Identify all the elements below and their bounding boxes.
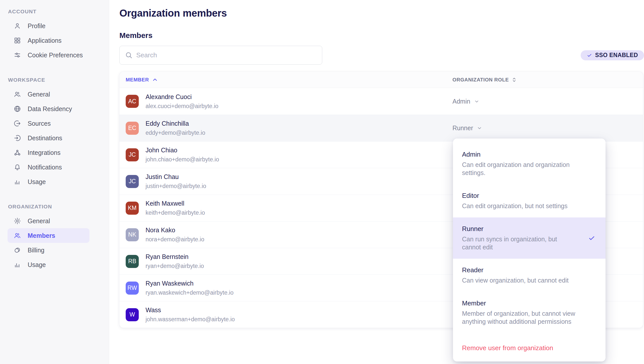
sidebar-item-notifications[interactable]: Notifications: [8, 160, 89, 174]
role-option-title: Editor: [462, 192, 596, 200]
role-value: Admin: [452, 98, 470, 105]
column-header-member[interactable]: MEMBER: [126, 77, 158, 83]
member-name: Wass: [146, 306, 235, 314]
sidebar-item-cookie-preferences[interactable]: Cookie Preferences: [8, 48, 89, 62]
billing-icon: [14, 246, 21, 254]
globe-icon: [14, 105, 21, 113]
sidebar-item-sources[interactable]: Sources: [8, 116, 89, 131]
search-box: [119, 46, 322, 65]
avatar: AC: [126, 95, 139, 108]
sidebar-item-profile[interactable]: Profile: [8, 19, 89, 33]
integrations-icon: [14, 149, 21, 156]
member-row-alexandre-cuoci: ACAlexandre Cuocialex.cuoci+demo@airbyte…: [119, 88, 643, 115]
sidebar-item-label: Profile: [28, 22, 45, 30]
member-email: ryan+demo@airbyte.io: [146, 263, 204, 269]
role-option-description: Member of organization, but cannot view …: [462, 309, 589, 326]
member-info: Eddy Chinchillaeddy+demo@airbyte.io: [146, 120, 205, 136]
avatar: JC: [126, 175, 139, 188]
column-member-label: MEMBER: [126, 77, 149, 83]
sidebar-section-workspace: WORKSPACEGeneralData ResidencySourcesDes…: [8, 77, 103, 189]
sidebar-item-data-residency[interactable]: Data Residency: [8, 102, 89, 116]
remove-user-action[interactable]: Remove user from organization: [453, 336, 606, 361]
role-option-title: Member: [462, 299, 596, 307]
role-option-editor[interactable]: EditorCan edit organization, but not set…: [453, 184, 606, 217]
search-input[interactable]: [119, 46, 322, 65]
members-section-title: Members: [119, 31, 153, 40]
users-icon: [14, 232, 21, 239]
sidebar-item-usage[interactable]: Usage: [8, 257, 89, 272]
member-email: ryan.waskewich+demo@airbyte.io: [146, 289, 234, 296]
sidebar-item-label: Sources: [28, 120, 51, 127]
sliders-icon: [14, 51, 21, 59]
sidebar-item-label: Notifications: [28, 164, 62, 171]
sidebar-item-general[interactable]: General: [8, 214, 89, 228]
sidebar-item-label: Members: [28, 232, 55, 239]
member-email: keith+demo@airbyte.io: [146, 209, 205, 216]
chevron-down-icon: [474, 99, 479, 104]
avatar: NK: [126, 228, 139, 241]
sidebar-item-members[interactable]: Members: [8, 228, 89, 243]
sidebar-item-label: Cookie Preferences: [28, 52, 83, 59]
sidebar-item-label: Applications: [28, 37, 62, 44]
role-option-admin[interactable]: AdminCan edit organization and organizat…: [453, 143, 606, 184]
member-info: John Chiaojohn.chiao+demo@airbyte.io: [146, 147, 219, 163]
sidebar-item-label: Usage: [28, 178, 46, 186]
page-title: Organization members: [119, 8, 227, 19]
role-option-description: Can edit organization and organization s…: [462, 161, 589, 177]
role-value: Runner: [452, 124, 473, 132]
sort-ascending-icon: [152, 77, 158, 83]
member-info: Alexandre Cuocialex.cuoci+demo@airbyte.i…: [146, 93, 218, 110]
sso-badge-label: SSO ENABLED: [595, 52, 638, 59]
role-option-member[interactable]: MemberMember of organization, but cannot…: [453, 292, 606, 333]
sidebar-item-label: General: [28, 91, 50, 98]
sidebar-item-integrations[interactable]: Integrations: [8, 145, 89, 160]
column-role-label: ORGANIZATION ROLE: [452, 77, 509, 83]
member-name: Nora Kako: [146, 226, 204, 234]
sidebar-section-title: WORKSPACE: [8, 77, 103, 83]
avatar: EC: [126, 122, 139, 135]
source-icon: [14, 120, 21, 127]
members-toolbar: SSO ENABLED: [119, 46, 644, 65]
member-email: nora+demo@airbyte.io: [146, 236, 204, 243]
sidebar-item-general[interactable]: General: [8, 87, 89, 102]
role-option-description: Can run syncs in organization, but canno…: [462, 235, 576, 251]
gear-icon: [14, 217, 21, 225]
chart-icon: [14, 261, 21, 268]
settings-sidebar: ACCOUNTProfileApplicationsCookie Prefere…: [0, 0, 109, 364]
sidebar-item-label: General: [28, 217, 50, 225]
member-info: Justin Chaujustin+demo@airbyte.io: [146, 173, 206, 190]
sidebar-item-destinations[interactable]: Destinations: [8, 131, 89, 145]
avatar: KM: [126, 202, 139, 215]
role-option-runner[interactable]: RunnerCan run syncs in organization, but…: [453, 217, 606, 259]
users-icon: [14, 90, 21, 98]
sidebar-item-label: Billing: [28, 247, 44, 254]
sidebar-item-applications[interactable]: Applications: [8, 33, 89, 48]
member-info: Nora Kakonora+demo@airbyte.io: [146, 226, 204, 243]
sidebar-item-usage[interactable]: Usage: [8, 174, 89, 189]
sidebar-section-organization: ORGANIZATIONGeneralMembersBillingUsage: [8, 204, 103, 272]
member-name: Alexandre Cuoci: [146, 93, 218, 101]
role-selector[interactable]: Runner: [452, 124, 482, 132]
sidebar-section-title: ACCOUNT: [8, 9, 103, 15]
sort-icon: [511, 77, 517, 83]
avatar: JC: [126, 148, 139, 161]
member-email: john.wasserman+demo@airbyte.io: [146, 316, 235, 323]
destination-icon: [14, 134, 21, 142]
role-selector[interactable]: Admin: [452, 98, 479, 105]
sidebar-item-billing[interactable]: Billing: [8, 243, 89, 257]
member-name: Justin Chau: [146, 173, 206, 180]
member-email: john.chiao+demo@airbyte.io: [146, 156, 219, 163]
member-info: Ryan Waskewichryan.waskewich+demo@airbyt…: [146, 280, 234, 296]
column-header-organization-role[interactable]: ORGANIZATION ROLE: [452, 77, 517, 83]
sidebar-section-account: ACCOUNTProfileApplicationsCookie Prefere…: [8, 9, 103, 62]
user-icon: [14, 22, 21, 30]
member-email: justin+demo@airbyte.io: [146, 183, 206, 190]
member-name: John Chiao: [146, 147, 219, 154]
sidebar-item-label: Integrations: [28, 149, 61, 156]
member-name: Ryan Waskewich: [146, 280, 234, 287]
check-icon: [587, 53, 592, 58]
sidebar-item-label: Destinations: [28, 134, 62, 142]
sso-enabled-badge: SSO ENABLED: [581, 50, 644, 60]
role-option-reader[interactable]: ReaderCan view organization, but cannot …: [453, 259, 606, 292]
avatar: W: [126, 308, 139, 321]
